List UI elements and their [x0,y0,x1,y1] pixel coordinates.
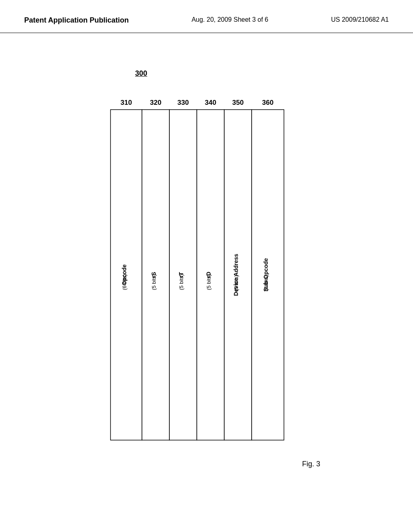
field-310-bits: (6 bits) [121,274,127,290]
field-num-320: 320 [150,99,161,106]
field-360-bits: (6 bits) [263,275,269,291]
field-num-360: 360 [262,99,273,106]
field-330-bits: (5 bits) [178,274,184,290]
field-340-bits: (5 bits) [206,274,212,290]
field-350-bits: (5 bits) [233,275,239,291]
field-num-350: 350 [232,99,244,106]
publication-title: Patent Application Publication [24,16,129,25]
field-num-330: 330 [177,99,189,106]
diagram-area: 300 [0,33,413,517]
patent-number: US 2009/210682 A1 [331,16,389,23]
page-header: Patent Application Publication Aug. 20, … [0,0,413,33]
field-320-bits: (5 bits) [151,274,157,290]
publication-date: Aug. 20, 2009 Sheet 3 of 6 [192,16,268,23]
figure-label: Fig. 3 [302,460,320,468]
register-diagram: 310 320 330 340 350 360 Opcode (6 bits) … [97,73,298,478]
field-num-340: 340 [205,99,216,106]
field-num-310: 310 [121,99,132,106]
